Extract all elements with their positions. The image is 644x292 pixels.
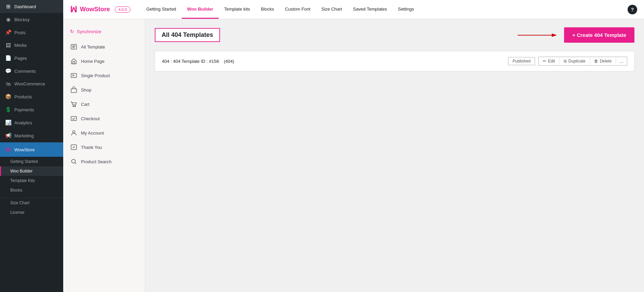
sidebar-item-dashboard[interactable]: ⊞ Dashboard xyxy=(0,0,63,13)
wowstore-icon: ꟽ xyxy=(5,146,12,153)
nav-cart[interactable]: Cart xyxy=(63,97,145,111)
template-list: 404 : 404 Template ID : #158 (404) Publi… xyxy=(155,51,634,71)
template-actions: Published ✏ Edit ⧉ Duplicate 🗑 xyxy=(508,57,627,66)
template-title: 404 : 404 Template ID : #158 xyxy=(162,59,219,64)
edit-icon: ✏ xyxy=(543,59,546,64)
sidebar: ⊞ Dashboard ◉ Blocksy 📌 Posts 🖼 Media 📄 … xyxy=(0,0,63,292)
sidebar-item-blocksy[interactable]: ◉ Blocksy xyxy=(0,13,63,26)
sidebar-sub-getting-started[interactable]: Getting Started xyxy=(0,157,63,166)
create-template-button[interactable]: + Create 404 Template xyxy=(564,27,634,43)
template-nav: ↻ Synchronize All Template Home Page Si xyxy=(63,19,145,292)
logo-icon: ꟽ xyxy=(70,5,77,14)
sidebar-sub-woo-builder[interactable]: Woo Builder xyxy=(0,166,63,176)
svg-point-7 xyxy=(73,131,75,133)
sidebar-item-media[interactable]: 🖼 Media xyxy=(0,39,63,52)
tab-blocks[interactable]: Blocks xyxy=(256,0,279,19)
sidebar-sub-template-kits[interactable]: Template Kits xyxy=(0,176,63,185)
page-title: All 404 Templates xyxy=(155,28,220,42)
pages-icon: 📄 xyxy=(5,55,12,61)
status-badge: Published xyxy=(508,57,535,65)
main-area: ꟽ WowStore 4.0.0 Getting Started Woo Bui… xyxy=(63,0,644,292)
thank-you-icon xyxy=(70,143,78,151)
duplicate-icon: ⧉ xyxy=(564,59,567,64)
nav-product-search[interactable]: Product Search xyxy=(63,154,145,169)
tab-template-kits[interactable]: Template kits xyxy=(219,0,256,19)
comments-icon: 💬 xyxy=(5,68,12,74)
logo-text: WowStore xyxy=(80,6,110,13)
sidebar-sub-blocks[interactable]: Blocks xyxy=(0,185,63,195)
analytics-icon: 📊 xyxy=(5,120,12,126)
checkout-icon xyxy=(70,115,78,122)
nav-home-page[interactable]: Home Page xyxy=(63,54,145,68)
media-icon: 🖼 xyxy=(5,42,12,48)
sidebar-sub-license[interactable]: License xyxy=(0,208,63,217)
woocommerce-icon: 🛍 xyxy=(5,81,12,87)
sidebar-item-posts[interactable]: 📌 Posts xyxy=(0,26,63,39)
main-content: All 404 Templates + Create 404 Template … xyxy=(145,19,644,292)
shop-icon xyxy=(70,86,78,94)
arrow-indicator xyxy=(518,31,559,39)
help-button[interactable]: ? xyxy=(628,5,637,14)
sync-icon: ↻ xyxy=(70,29,74,34)
top-bar: ꟽ WowStore 4.0.0 Getting Started Woo Bui… xyxy=(63,0,644,19)
svg-rect-2 xyxy=(71,73,77,78)
tab-custom-font[interactable]: Custom Font xyxy=(279,0,316,19)
tab-size-chart[interactable]: Size Chart xyxy=(316,0,348,19)
product-search-icon xyxy=(70,158,78,165)
tab-saved-templates[interactable]: Saved Templates xyxy=(347,0,393,19)
posts-icon: 📌 xyxy=(5,29,12,36)
sidebar-item-woocommerce[interactable]: 🛍 WooCommerce xyxy=(0,78,63,90)
svg-marker-11 xyxy=(552,33,557,37)
sidebar-item-pages[interactable]: 📄 Pages xyxy=(0,52,63,65)
home-page-icon xyxy=(70,57,78,65)
sync-button[interactable]: ↻ Synchronize xyxy=(63,26,145,37)
more-options-button[interactable]: ... xyxy=(616,57,627,65)
payments-icon: 💲 xyxy=(5,107,12,113)
tab-getting-started[interactable]: Getting Started xyxy=(141,0,181,19)
cart-icon xyxy=(70,100,78,108)
all-template-icon xyxy=(70,43,78,51)
sidebar-item-comments[interactable]: 💬 Comments xyxy=(0,65,63,78)
arrow-create-area: + Create 404 Template xyxy=(518,27,634,43)
tab-settings[interactable]: Settings xyxy=(393,0,420,19)
tab-woo-builder[interactable]: Woo Builder xyxy=(182,0,219,19)
sidebar-item-products[interactable]: 📦 Products xyxy=(0,90,63,103)
my-account-icon xyxy=(70,129,78,137)
action-group: ✏ Edit ⧉ Duplicate 🗑 Delete .. xyxy=(538,57,627,66)
nav-checkout[interactable]: Checkout xyxy=(63,111,145,126)
marketing-icon: 📢 xyxy=(5,133,12,139)
edit-button[interactable]: ✏ Edit xyxy=(539,57,560,65)
template-type: (404) xyxy=(224,59,234,64)
svg-rect-3 xyxy=(71,89,77,93)
products-icon: 📦 xyxy=(5,94,12,100)
sidebar-item-analytics[interactable]: 📊 Analytics xyxy=(0,116,63,129)
sidebar-wowstore[interactable]: ꟽ WowStore xyxy=(0,142,63,157)
nav-single-product[interactable]: Single Product xyxy=(63,68,145,83)
sidebar-sub-size-chart[interactable]: Size Chart xyxy=(0,198,63,208)
nav-shop[interactable]: Shop xyxy=(63,83,145,97)
svg-point-5 xyxy=(75,106,76,107)
blocksy-icon: ◉ xyxy=(5,16,12,23)
version-badge: 4.0.0 xyxy=(115,6,131,13)
delete-button[interactable]: 🗑 Delete xyxy=(590,57,616,65)
svg-point-4 xyxy=(73,106,74,107)
page-header: All 404 Templates + Create 404 Template xyxy=(155,27,634,43)
sidebar-item-marketing[interactable]: 📢 Marketing xyxy=(0,129,63,142)
nav-all-template[interactable]: All Template xyxy=(63,40,145,54)
nav-thank-you[interactable]: Thank You xyxy=(63,140,145,154)
dashboard-icon: ⊞ xyxy=(5,3,12,10)
sidebar-item-payments[interactable]: 💲 Payments xyxy=(0,103,63,116)
svg-rect-6 xyxy=(71,116,77,121)
svg-rect-1 xyxy=(73,61,75,64)
nav-my-account[interactable]: My Account xyxy=(63,126,145,140)
single-product-icon xyxy=(70,72,78,79)
template-info: 404 : 404 Template ID : #158 (404) xyxy=(162,59,234,64)
nav-tabs: Getting Started Woo Builder Template kit… xyxy=(141,0,628,19)
duplicate-button[interactable]: ⧉ Duplicate xyxy=(560,57,590,65)
content-area: ↻ Synchronize All Template Home Page Si xyxy=(63,19,644,292)
logo-area: ꟽ WowStore 4.0.0 xyxy=(70,5,131,14)
delete-icon: 🗑 xyxy=(594,59,598,64)
table-row: 404 : 404 Template ID : #158 (404) Publi… xyxy=(155,51,634,71)
